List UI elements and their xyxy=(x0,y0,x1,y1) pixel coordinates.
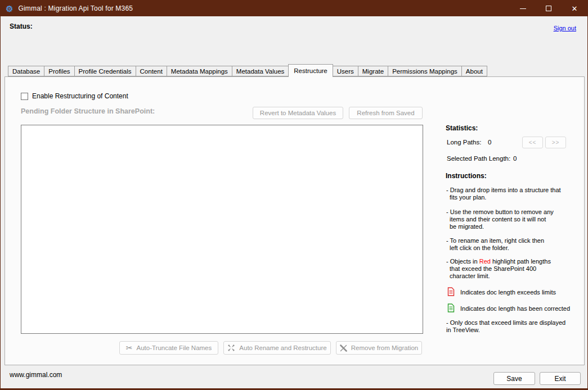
auto-truncate-file-names-button[interactable]: ✂ Auto-Truncate File Names xyxy=(119,341,218,355)
pending-folder-structure-treeview[interactable] xyxy=(21,125,423,334)
instruction-red-objects: - Objects in Red highlight path lengths … xyxy=(446,258,551,280)
remove-from-migration-button[interactable]: Remove from Migration xyxy=(336,341,422,355)
next-long-path-button[interactable]: >> xyxy=(545,137,566,148)
tab-profiles[interactable]: Profiles xyxy=(44,66,74,76)
auto-rename-and-restructure-button[interactable]: Auto Rename and Restructure xyxy=(223,341,331,355)
tab-metadata-mappings[interactable]: Metadata Mappings xyxy=(167,66,232,76)
instruction-treeview-display: - Only docs that exceed limits are displ… xyxy=(446,319,565,334)
statistics-title: Statistics: xyxy=(446,124,478,132)
tab-about[interactable]: About xyxy=(461,66,487,76)
tab-metadata-values[interactable]: Metadata Values xyxy=(232,66,289,76)
minimize-button[interactable] xyxy=(510,1,536,16)
maximize-icon xyxy=(546,6,551,11)
pending-structure-label: Pending Folder Structure in SharePoint: xyxy=(21,107,155,115)
tab-profile-credentials[interactable]: Profile Credentials xyxy=(74,66,136,76)
legend-doc-exceeds-label: Indicates doc length exceeds limits xyxy=(460,289,556,296)
close-button[interactable]: ✕ xyxy=(562,1,587,16)
previous-long-path-button[interactable]: << xyxy=(522,137,543,148)
restructure-tab-panel: Enable Restructuring of Content Pending … xyxy=(5,76,585,365)
tab-permissions-mappings[interactable]: Permissions Mappings xyxy=(388,66,462,76)
enable-restructuring-label: Enable Restructuring of Content xyxy=(32,92,128,100)
selected-path-length-label: Selected Path Length: xyxy=(447,155,510,162)
exit-button[interactable]: Exit xyxy=(540,372,581,385)
app-window: ⚙ Gimmal : Migration Api Tool for M365 ✕… xyxy=(0,0,588,390)
auto-rename-label: Auto Rename and Restructure xyxy=(239,344,326,351)
instruction-drag-drop: - Drag and drop items into a structure t… xyxy=(446,187,561,201)
window-title: Gimmal : Migration Api Tool for M365 xyxy=(18,4,133,12)
green-document-icon xyxy=(447,303,455,314)
enable-restructuring-row: Enable Restructuring of Content xyxy=(21,92,128,100)
tab-users[interactable]: Users xyxy=(333,66,358,76)
tab-strip: Database Profiles Profile Credentials Co… xyxy=(8,64,487,76)
tab-content[interactable]: Content xyxy=(136,66,167,76)
red-document-icon xyxy=(447,287,455,297)
save-button[interactable]: Save xyxy=(493,372,535,385)
enable-restructuring-checkbox[interactable] xyxy=(21,93,28,100)
tab-migrate[interactable]: Migrate xyxy=(358,66,388,76)
status-label: Status: xyxy=(10,22,33,30)
legend-doc-corrected: Indicates doc length has been corrected xyxy=(447,303,570,314)
legend-doc-corrected-label: Indicates doc length has been corrected xyxy=(460,305,570,312)
long-paths-value: 0 xyxy=(488,139,491,146)
scissors-icon: ✂ xyxy=(126,344,133,352)
titlebar: ⚙ Gimmal : Migration Api Tool for M365 ✕ xyxy=(1,1,587,16)
revert-to-metadata-values-button[interactable]: Revert to Metadata Values xyxy=(253,107,343,119)
remove-from-migration-label: Remove from Migration xyxy=(351,344,419,351)
instructions-title: Instructions: xyxy=(446,172,487,180)
sign-out-link[interactable]: Sign out xyxy=(554,25,576,31)
red-highlight-word: Red xyxy=(479,258,491,265)
window-controls: ✕ xyxy=(510,1,587,16)
close-icon: ✕ xyxy=(572,5,578,12)
long-paths-label: Long Paths: xyxy=(447,139,481,146)
collapse-arrows-icon xyxy=(227,344,235,352)
legend-doc-exceeds: Indicates doc length exceeds limits xyxy=(447,287,556,297)
instruction-remove-button: - Use the remove button to remove any it… xyxy=(446,208,554,230)
gear-icon: ⚙ xyxy=(6,4,13,13)
tab-database[interactable]: Database xyxy=(8,66,44,76)
maximize-button[interactable] xyxy=(536,1,562,16)
refresh-from-saved-button[interactable]: Refresh from Saved xyxy=(349,107,423,119)
selected-path-length-value: 0 xyxy=(513,155,517,162)
delete-x-icon xyxy=(340,344,347,352)
minimize-icon xyxy=(520,8,526,9)
instruction-rename: - To rename an item, right click then le… xyxy=(446,237,544,252)
website-label: www.gimmal.com xyxy=(10,371,62,379)
auto-truncate-label: Auto-Truncate File Names xyxy=(136,344,212,351)
tab-restructure[interactable]: Restructure xyxy=(288,64,333,77)
